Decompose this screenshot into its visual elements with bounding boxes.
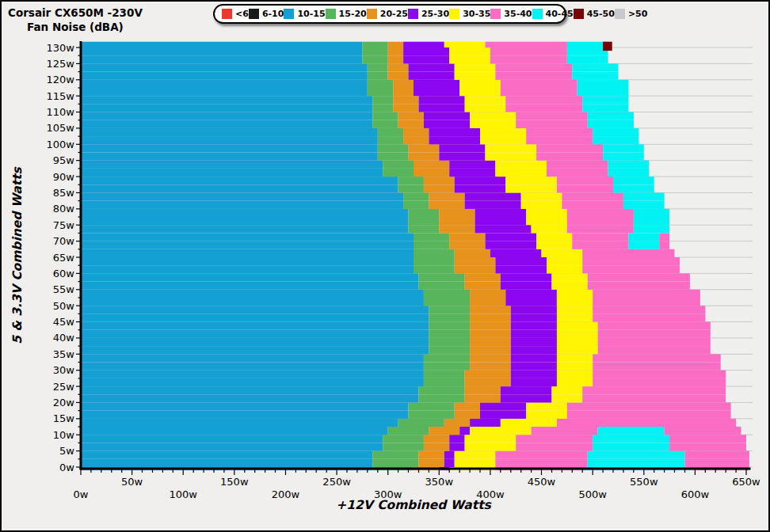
svg-text:40w: 40w [53, 332, 75, 344]
svg-text:10w: 10w [53, 429, 75, 441]
svg-text:550w: 550w [630, 476, 658, 488]
svg-text:120w: 120w [47, 74, 75, 86]
svg-text:115w: 115w [47, 90, 75, 102]
svg-text:50w: 50w [53, 300, 75, 312]
svg-text:100w: 100w [47, 139, 75, 150]
svg-text:80w: 80w [53, 203, 75, 215]
svg-text:25w: 25w [53, 381, 75, 393]
svg-text:45w: 45w [53, 316, 75, 328]
svg-text:20w: 20w [53, 397, 75, 408]
svg-text:5w: 5w [59, 445, 74, 457]
svg-text:55w: 55w [53, 283, 75, 295]
svg-text:90w: 90w [53, 171, 75, 183]
svg-text:0w: 0w [74, 488, 89, 500]
heatmap-plot: 0w5w10w15w20w25w30w35w40w45w50w55w60w65w… [2, 2, 770, 532]
svg-text:30w: 30w [53, 364, 75, 376]
svg-text:350w: 350w [425, 476, 454, 488]
svg-text:150w: 150w [220, 476, 249, 488]
svg-text:100w: 100w [169, 488, 197, 500]
chart-window: Corsair CX650M -230V Fan Noise (dBA) <66… [0, 0, 770, 532]
svg-text:75w: 75w [53, 219, 75, 231]
svg-text:450w: 450w [528, 476, 556, 488]
svg-text:95w: 95w [53, 154, 75, 166]
svg-text:60w: 60w [53, 268, 75, 279]
svg-text:85w: 85w [53, 187, 75, 199]
svg-text:50w: 50w [121, 476, 143, 488]
svg-text:105w: 105w [47, 122, 75, 134]
svg-text:35w: 35w [53, 348, 75, 360]
svg-text:110w: 110w [47, 106, 75, 118]
svg-text:130w: 130w [47, 42, 75, 54]
svg-text:70w: 70w [53, 235, 75, 247]
x-axis-title: +12V Combined Watts [255, 498, 572, 512]
svg-text:650w: 650w [732, 476, 760, 488]
svg-text:0w: 0w [59, 462, 74, 473]
y-axis-title: 5 & 3.3V Combined Watts [10, 152, 28, 359]
svg-text:15w: 15w [53, 412, 75, 424]
svg-text:65w: 65w [53, 252, 75, 264]
svg-text:600w: 600w [681, 488, 710, 500]
svg-text:250w: 250w [322, 476, 351, 488]
svg-text:500w: 500w [578, 488, 607, 500]
svg-text:125w: 125w [47, 58, 75, 70]
